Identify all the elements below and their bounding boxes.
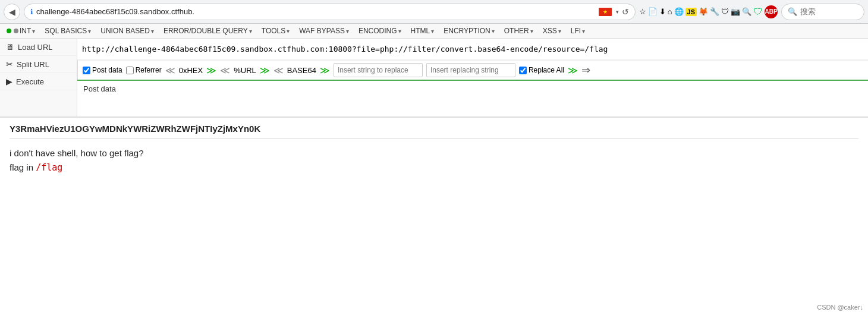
base64-label: BASE64 xyxy=(287,66,316,75)
search-bar[interactable]: 🔍 xyxy=(781,4,864,20)
home-icon[interactable]: ⌂ xyxy=(668,7,672,16)
replace-right-arrow[interactable]: ≫ xyxy=(568,65,578,76)
ext2-icon[interactable]: 🔧 xyxy=(710,7,719,16)
shield-icon[interactable]: 🛡 xyxy=(753,7,763,17)
execute-icon: ▶ xyxy=(6,77,12,86)
nav-label-html: HTML xyxy=(411,27,430,35)
nav-arrow-xss: ▾ xyxy=(558,28,561,34)
back-button[interactable]: ◀ xyxy=(4,4,20,20)
post-data-checkbox[interactable] xyxy=(83,67,90,74)
nav-label-encryption: ENCRYPTION xyxy=(444,27,490,35)
nav-item-union-based[interactable]: UNION BASED ▾ xyxy=(96,25,158,37)
base64-left-arrow[interactable]: ≪ xyxy=(273,65,284,76)
nav-label-lfi: LFI xyxy=(571,27,581,35)
nav-arrow-error: ▾ xyxy=(249,28,252,34)
nav-arrow-lfi: ▾ xyxy=(582,28,585,34)
execute-button[interactable]: ▶ Execute xyxy=(0,73,77,90)
nav-arrow-encryption: ▾ xyxy=(492,28,495,34)
nav-label-other: OTHER xyxy=(504,27,529,35)
message-text: i don't have shell, how to get flag? fla… xyxy=(10,146,858,175)
url-left-arrow[interactable]: ≪ xyxy=(220,65,230,76)
referrer-checkbox-label: Referrer xyxy=(136,66,162,74)
reader-icon[interactable]: 📄 xyxy=(648,7,658,16)
nav-dot-green xyxy=(7,29,11,33)
post-data-section-label: Post data xyxy=(77,81,125,97)
nav-item-other[interactable]: OTHER ▾ xyxy=(500,25,537,37)
url-right-arrow[interactable]: ≫ xyxy=(260,65,270,76)
globe-icon[interactable]: 🌐 xyxy=(674,7,684,16)
load-url-icon: 🖥 xyxy=(6,42,14,52)
nav-item-int[interactable]: INT ▾ xyxy=(2,25,39,37)
info-icon: ℹ xyxy=(30,8,33,16)
post-data-checkbox-label: Post data xyxy=(92,66,122,74)
nav-item-error[interactable]: ERROR/DOUBLE QUERY ▾ xyxy=(159,25,256,37)
split-url-button[interactable]: ✂ Split URL xyxy=(0,56,77,73)
nav-item-encoding[interactable]: ENCODING ▾ xyxy=(354,25,405,37)
abp-icon[interactable]: ABP xyxy=(765,5,778,18)
nav-arrow-int: ▾ xyxy=(32,28,35,34)
nav-label-union: UNION BASED xyxy=(100,27,150,35)
split-url-icon: ✂ xyxy=(6,59,13,69)
star-icon[interactable]: ☆ xyxy=(639,7,646,16)
camera-icon[interactable]: 📷 xyxy=(731,7,740,16)
replace-extra-arrow[interactable]: ⇒ xyxy=(581,64,590,77)
insert-replacing-input[interactable] xyxy=(426,63,515,77)
nav-label-tools: TOOLS xyxy=(262,27,285,35)
nav-arrow-waf: ▾ xyxy=(346,28,349,34)
referrer-checkbox[interactable] xyxy=(126,67,134,74)
split-url-label: Split URL xyxy=(17,60,49,69)
nav-item-tools[interactable]: TOOLS ▾ xyxy=(257,25,294,37)
nav-arrow-union: ▾ xyxy=(151,28,154,34)
replace-all-checkbox-group[interactable]: Replace All xyxy=(519,66,564,74)
search-icon: 🔍 xyxy=(788,7,797,16)
download-icon[interactable]: ⬇ xyxy=(659,7,666,16)
nav-item-xss[interactable]: XSS ▾ xyxy=(539,25,565,37)
message-line2: flag in /flag xyxy=(10,160,858,175)
nav-arrow-tools: ▾ xyxy=(287,28,290,34)
flag-icon: ★ xyxy=(599,8,612,16)
refresh-button[interactable]: ↺ xyxy=(622,7,629,17)
ext3-icon[interactable]: 🛡 xyxy=(721,7,729,16)
base64-right-arrow[interactable]: ≫ xyxy=(320,65,330,76)
address-bar[interactable]: ℹ challenge-4864abec68f15c09.sandbox.ctf… xyxy=(24,4,636,20)
post-data-checkbox-group[interactable]: Post data xyxy=(83,66,122,74)
url-input[interactable] xyxy=(77,39,868,60)
nav-arrow-sql: ▾ xyxy=(88,28,91,34)
ext4-icon[interactable]: 🔍 xyxy=(742,7,751,16)
browser-toolbar: ◀ ℹ challenge-4864abec68f15c09.sandbox.c… xyxy=(0,0,868,24)
nav-label-sql-basics: SQL BASICS xyxy=(45,27,87,35)
hackbar-row1: 🖥 Load URL ✂ Split URL ▶ Execute Post da… xyxy=(0,39,868,116)
nav-item-html[interactable]: HTML ▾ xyxy=(407,25,439,37)
execute-label: Execute xyxy=(16,77,44,86)
hackbar-main: 🖥 Load URL ✂ Split URL ▶ Execute Post da… xyxy=(0,39,868,117)
nav-item-encryption[interactable]: ENCRYPTION ▾ xyxy=(439,25,498,37)
hackbar-toolbar: Post data Referrer ≪ 0xHEX ≫ ≪ %URL ≫ ≪ … xyxy=(77,60,868,80)
nav-item-lfi[interactable]: LFI ▾ xyxy=(567,25,589,37)
nav-arrow-other: ▾ xyxy=(530,28,533,34)
dropdown-arrow[interactable]: ▾ xyxy=(616,9,619,15)
ext1-icon[interactable]: 🦊 xyxy=(699,7,708,16)
js-icon[interactable]: JS xyxy=(685,8,697,16)
nav-label-int: INT xyxy=(20,27,31,35)
nav-label-encoding: ENCODING xyxy=(358,27,397,35)
url-label: %URL xyxy=(234,66,256,75)
load-url-button[interactable]: 🖥 Load URL xyxy=(0,39,77,56)
nav-dot-gray xyxy=(14,29,18,33)
hex-left-arrow[interactable]: ≪ xyxy=(165,65,175,76)
message-line1: i don't have shell, how to get flag? xyxy=(10,146,858,160)
replace-all-checkbox[interactable] xyxy=(519,67,527,74)
post-data-textarea[interactable] xyxy=(125,81,868,116)
replace-all-label: Replace All xyxy=(529,66,564,74)
hex-right-arrow[interactable]: ≫ xyxy=(206,65,216,76)
encoded-string: Y3RmaHViezU1OGYwMDNkYWRiZWRhZWFjNTIyZjMx… xyxy=(10,124,858,139)
nav-item-waf[interactable]: WAF BYPASS ▾ xyxy=(295,25,353,37)
back-icon: ◀ xyxy=(9,7,15,17)
hex-label: 0xHEX xyxy=(179,66,203,75)
load-url-label: Load URL xyxy=(18,43,53,52)
browser-ext-icons: ☆ 📄 ⬇ ⌂ 🌐 JS 🦊 🔧 🛡 📷 🔍 🛡 ABP xyxy=(639,5,778,18)
search-input[interactable] xyxy=(800,7,858,16)
referrer-checkbox-group[interactable]: Referrer xyxy=(126,66,162,74)
insert-string-input[interactable] xyxy=(334,63,423,77)
nav-item-sql-basics[interactable]: SQL BASICS ▾ xyxy=(40,25,95,37)
flag-path: /flag xyxy=(36,162,62,173)
